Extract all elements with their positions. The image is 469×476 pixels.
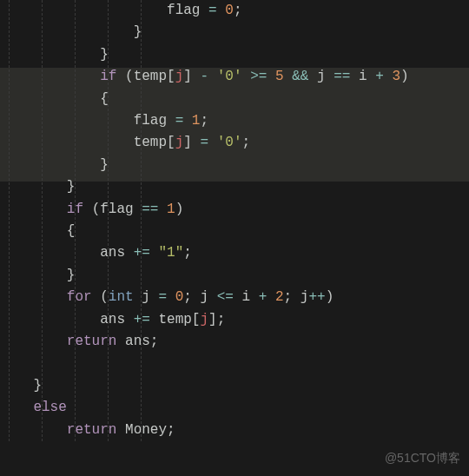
paren: ( <box>100 289 109 305</box>
brace: } <box>100 157 109 173</box>
code-line: { <box>0 221 469 242</box>
code-line: return ans; <box>0 331 469 353</box>
keyword-else: else <box>33 400 66 415</box>
code-line: for (int j = 0; j <= i + 2; j++) <box>0 287 469 308</box>
brace: { <box>67 223 76 239</box>
number: 2 <box>275 289 284 305</box>
bracket: [ <box>167 69 175 84</box>
code-line: } <box>0 375 469 397</box>
number: 1 <box>167 202 175 217</box>
watermark: @51CTO博客 <box>385 447 460 469</box>
punct: ; <box>200 113 208 129</box>
punct: ; <box>183 245 192 261</box>
code-line: } <box>0 265 469 287</box>
punct: ; <box>234 3 242 18</box>
paren: ) <box>326 289 334 305</box>
keyword-if: if <box>100 69 116 84</box>
brace: } <box>67 268 76 283</box>
identifier: flag <box>100 202 133 217</box>
char-literal: '0' <box>217 135 242 150</box>
number: 5 <box>275 69 284 84</box>
operator: = <box>200 135 208 150</box>
number: 0 <box>175 289 184 305</box>
operator: && <box>292 69 308 84</box>
bracket: [ <box>167 135 175 150</box>
brace: } <box>33 378 42 393</box>
operator: == <box>334 69 350 84</box>
identifier: i <box>359 69 367 84</box>
identifier: flag <box>134 113 167 129</box>
code-line: ans += temp[j]; <box>0 309 469 331</box>
identifier: ans <box>100 312 125 327</box>
punct: ; <box>242 135 251 150</box>
brace: { <box>100 91 109 107</box>
operator: - <box>200 69 208 84</box>
code-line: } <box>0 176 469 198</box>
identifier: temp <box>134 69 167 84</box>
operator: += <box>134 245 150 261</box>
operator: += <box>134 312 150 327</box>
bracket: ] <box>183 135 192 150</box>
brace: } <box>134 24 142 40</box>
code-editor[interactable]: flag = 0; } } if (temp[j] - '0' >= 5 && … <box>0 0 469 441</box>
identifier: ans <box>100 245 125 261</box>
code-line: flag = 0; <box>0 0 469 22</box>
operator: + <box>375 69 384 84</box>
code-line: } <box>0 155 469 176</box>
identifier: temp <box>134 135 167 150</box>
operator: = <box>175 113 184 129</box>
brace: } <box>67 179 76 195</box>
keyword-return: return <box>67 422 117 438</box>
operator: + <box>259 289 268 305</box>
code-line: else <box>0 397 469 419</box>
paren: ( <box>92 202 101 217</box>
keyword-for: for <box>67 289 92 305</box>
code-line <box>0 354 469 375</box>
code-line: if (temp[j] - '0' >= 5 && j == i + 3) <box>0 66 469 88</box>
operator: = <box>158 289 167 305</box>
identifier: j <box>201 289 209 305</box>
keyword-if: if <box>67 202 83 217</box>
brace: } <box>100 47 109 63</box>
index-var: j <box>175 69 184 84</box>
operator: == <box>142 202 158 217</box>
bracket: ] <box>208 312 217 327</box>
code-line: temp[j] = '0'; <box>0 132 469 154</box>
operator: >= <box>250 69 267 84</box>
operator: = <box>208 3 217 18</box>
index-var: j <box>200 312 208 327</box>
string-literal: "1" <box>158 245 183 261</box>
identifier: flag <box>167 3 200 18</box>
code-line: } <box>0 44 469 66</box>
bracket: ] <box>183 69 192 84</box>
number: 3 <box>392 69 400 84</box>
operator: ++ <box>308 289 325 305</box>
paren: ( <box>125 69 134 84</box>
code-line: flag = 1; <box>0 110 469 132</box>
identifier: j <box>142 289 150 305</box>
punct: ; <box>150 334 159 349</box>
punct: ; <box>183 289 192 305</box>
identifier: j <box>301 289 309 305</box>
type: int <box>109 289 134 305</box>
paren: ) <box>175 202 184 217</box>
punct: ; <box>217 312 226 327</box>
index-var: j <box>175 135 184 150</box>
paren: ) <box>400 69 409 84</box>
keyword-return: return <box>67 334 117 349</box>
code-line: { <box>0 89 469 110</box>
code-line: return Money; <box>0 420 469 441</box>
punct: ; <box>284 289 293 305</box>
identifier: Money <box>125 422 167 438</box>
number: 0 <box>225 3 234 18</box>
identifier: temp <box>158 312 191 327</box>
char-literal: '0' <box>217 69 242 84</box>
operator: <= <box>217 289 234 305</box>
code-line: ans += "1"; <box>0 242 469 264</box>
identifier: i <box>242 289 251 305</box>
code-line: } <box>0 22 469 43</box>
punct: ; <box>167 422 175 438</box>
code-line: if (flag == 1) <box>0 199 469 221</box>
identifier: ans <box>125 334 150 349</box>
identifier: j <box>317 69 326 84</box>
